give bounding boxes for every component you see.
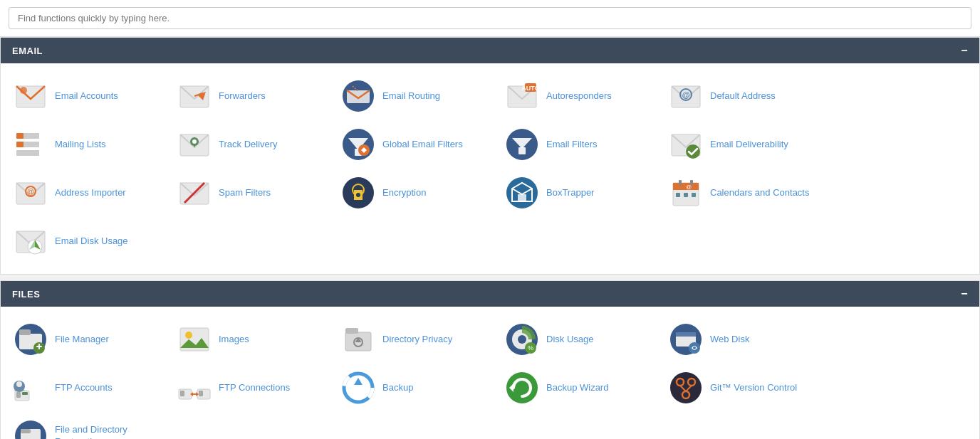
svg-text:@: @ [27,188,34,196]
item-label-track-delivery: Track Delivery [219,139,278,151]
svg-rect-74 [22,392,28,395]
item-label-ftp-connections: FTP Connections [219,382,290,394]
svg-rect-40 [518,194,526,201]
item-label-email-accounts: Email Accounts [55,90,118,102]
item-label-address-importer: Address Importer [55,187,126,199]
item-track-delivery[interactable]: Track Delivery [170,120,334,169]
backup-wizard-icon [505,371,539,405]
item-label-file-manager: File Manager [55,334,109,346]
item-ftp-connections[interactable]: FTP Connections [170,364,334,412]
item-ftp-accounts[interactable]: FTP Accounts [6,364,170,412]
ftp-connections-icon [177,371,212,405]
section-email: EMAIL− Email Accounts Forwarders Email R… [0,37,980,275]
email-filters-icon [505,127,539,162]
item-email-routing[interactable]: Email Routing [334,72,498,120]
collapse-icon[interactable]: − [961,45,968,56]
item-label-mailing-lists: Mailing Lists [55,139,106,151]
item-backup[interactable]: Backup [334,364,498,412]
svg-point-64 [518,335,526,344]
item-label-global-email-filters: Global Email Filters [382,139,463,151]
track-delivery-icon [177,127,212,162]
item-label-forwarders: Forwarders [219,90,266,102]
item-label-spam-filters: Spam Filters [219,187,271,199]
svg-text:@: @ [682,90,690,99]
item-images[interactable]: Images [170,315,334,364]
item-address-importer[interactable]: @ Address Importer [6,169,170,217]
item-label-backup-wizard: Backup Wizard [546,382,608,394]
section-header-email[interactable]: EMAIL− [1,38,979,63]
search-input[interactable] [9,7,971,29]
disk-usage-icon: % [505,322,539,356]
mailing-lists-icon [14,127,48,162]
item-autoresponders[interactable]: AUTO Autoresponders [498,72,662,120]
item-backup-wizard[interactable]: Backup Wizard [498,364,662,412]
item-email-filters[interactable]: Email Filters [498,120,662,169]
section-body-email: Email Accounts Forwarders Email Routing … [1,63,979,274]
svg-rect-45 [676,193,680,197]
item-global-email-filters[interactable]: Global Email Filters [334,120,498,169]
section-body-files: File Manager Images Directory Privacy % … [1,307,979,439]
svg-point-23 [192,139,197,144]
svg-point-39 [506,177,538,208]
svg-point-58 [185,332,192,339]
section-title-files: FILES [12,289,40,300]
item-label-images: Images [219,334,249,346]
web-disk-icon [669,322,703,356]
item-encryption[interactable]: Encryption [334,169,498,217]
item-label-disk-usage: Disk Usage [546,334,593,346]
svg-point-1 [20,87,27,94]
item-forwarders[interactable]: Forwarders [170,72,334,120]
svg-rect-69 [676,332,696,337]
item-label-email-filters: Email Filters [546,139,598,151]
encryption-icon [341,176,375,210]
default-address-icon: @ [669,79,703,113]
svg-text:@: @ [686,184,692,190]
ftp-accounts-icon [14,371,48,405]
global-email-filters-icon [341,127,375,162]
svg-rect-47 [692,193,696,197]
calendars-contacts-icon: @ [669,176,703,210]
item-label-file-directory-restoration: File and Directory Restoration [55,424,163,439]
collapse-icon[interactable]: − [961,288,968,300]
item-label-boxtrapper: BoxTrapper [546,187,594,199]
item-label-ftp-accounts: FTP Accounts [55,382,113,394]
git-version-control-icon [669,371,703,405]
item-calendars-contacts[interactable]: @ Calendars and Contacts [662,169,825,217]
svg-marker-85 [354,378,363,385]
svg-rect-56 [38,344,40,349]
item-default-address[interactable]: @ Default Address [662,72,825,120]
svg-rect-17 [16,142,24,147]
item-git-version-control[interactable]: Git™ Version Control [662,364,825,412]
spam-filters-icon [177,176,212,210]
directory-privacy-icon [341,322,375,356]
section-files: FILES− File Manager Images Directory Pri… [0,280,980,439]
item-directory-privacy[interactable]: Directory Privacy [334,315,498,364]
item-label-default-address: Default Address [710,90,776,102]
svg-text:AUTO: AUTO [521,85,539,92]
item-label-web-disk: Web Disk [710,334,749,346]
item-file-directory-restoration[interactable]: File and Directory Restoration [6,412,170,439]
images-icon [177,322,212,356]
item-email-disk-usage[interactable]: Email Disk Usage [6,217,170,265]
svg-rect-28 [518,147,526,154]
svg-rect-53 [19,329,31,335]
boxtrapper-icon [505,176,539,210]
svg-rect-19 [16,150,24,156]
item-mailing-lists[interactable]: Mailing Lists [6,120,170,169]
item-disk-usage[interactable]: % Disk Usage [498,315,662,364]
section-header-files[interactable]: FILES− [1,281,979,307]
item-boxtrapper[interactable]: BoxTrapper [498,169,662,217]
item-email-accounts[interactable]: Email Accounts [6,72,170,120]
item-spam-filters[interactable]: Spam Filters [170,169,334,217]
file-manager-icon [14,322,48,356]
item-email-deliverability[interactable]: Email Deliverability [662,120,825,169]
item-file-manager[interactable]: File Manager [6,315,170,364]
section-title-email: EMAIL [12,46,43,56]
item-label-email-routing: Email Routing [382,90,440,102]
svg-rect-43 [679,180,682,186]
item-label-email-disk-usage: Email Disk Usage [55,236,128,248]
item-label-backup: Backup [382,382,413,394]
svg-rect-80 [199,391,203,396]
item-web-disk[interactable]: Web Disk [662,315,825,364]
autoresponders-icon: AUTO [505,79,539,113]
